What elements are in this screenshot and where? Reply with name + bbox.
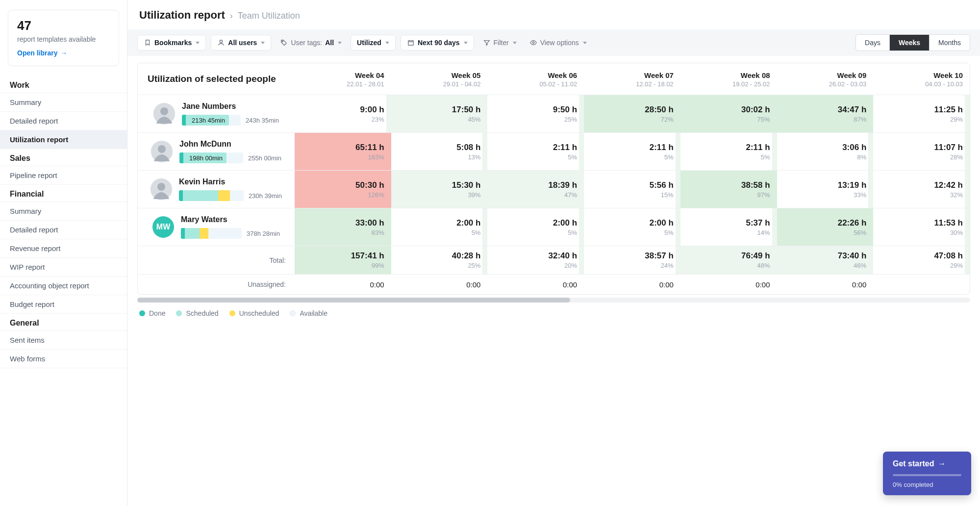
data-cell[interactable]: 11:53 h30% [873, 208, 970, 246]
calendar-icon [407, 39, 415, 47]
nav-item-pipeline-report[interactable]: Pipeline report [0, 166, 127, 185]
column-header[interactable]: Week 1004.03 - 10.03 [873, 63, 970, 95]
bookmarks-button[interactable]: Bookmarks [137, 35, 206, 51]
tag-icon [280, 39, 288, 47]
data-cell[interactable]: 11:25 h29% [873, 95, 970, 132]
data-cell[interactable]: 15:30 h39% [391, 171, 488, 208]
data-cell[interactable]: 2:00 h5% [584, 208, 680, 246]
person-name: Jane Numbers [182, 102, 279, 111]
data-cell[interactable]: 65:11 h163% [295, 133, 391, 170]
table-section-title: Utilization of selected people [138, 63, 295, 95]
person-cell[interactable]: John McDunn198h 00min255h 00min [138, 133, 295, 170]
data-cell[interactable]: 2:11 h5% [487, 133, 584, 170]
filter-button[interactable]: Filter [479, 35, 521, 50]
svg-point-7 [158, 145, 166, 153]
data-cell[interactable]: 12:42 h32% [873, 171, 970, 208]
unassigned-cell: 0:00 [777, 275, 874, 294]
users-filter-button[interactable]: All users [211, 35, 271, 51]
nav-item-detailed-report[interactable]: Detailed report [0, 112, 127, 130]
total-cell: 40:28 h25% [391, 246, 488, 274]
page-header: Utilization report › Team Utilization [127, 0, 980, 29]
user-tags-filter[interactable]: User tags: All [276, 35, 346, 50]
unassigned-cell: 0:00 [487, 275, 584, 294]
segment-days[interactable]: Days [856, 35, 889, 51]
table-row: Kevin Harris230h 39min50:30 h126%15:30 h… [138, 171, 970, 208]
legend-available: Available [290, 309, 327, 317]
arrow-right-icon: → [938, 459, 946, 468]
data-cell[interactable]: 50:30 h126% [295, 171, 391, 208]
legend-scheduled: Scheduled [176, 309, 218, 317]
nav-item-sent-items[interactable]: Sent items [0, 330, 127, 350]
scrollbar-thumb[interactable] [137, 298, 570, 303]
data-cell[interactable]: 5:08 h13% [391, 133, 488, 170]
nav-item-accounting-object-report[interactable]: Accounting object report [0, 277, 127, 295]
chevron-down-icon [513, 42, 517, 44]
column-header[interactable]: Week 0712.02 - 18.02 [584, 63, 680, 95]
data-cell[interactable]: 9:00 h23% [295, 95, 391, 132]
data-cell[interactable]: 22:26 h56% [777, 208, 874, 246]
data-cell[interactable]: 3:06 h8% [777, 133, 874, 170]
total-cell: 47:08 h29% [873, 246, 970, 274]
data-cell[interactable]: 2:00 h5% [487, 208, 584, 246]
avatar [151, 141, 173, 162]
avatar: MW [152, 216, 174, 238]
data-cell[interactable]: 34:47 h87% [777, 95, 874, 132]
column-header[interactable]: Week 0529.01 - 04.02 [391, 63, 488, 95]
nav-item-summary[interactable]: Summary [0, 93, 127, 112]
person-cell[interactable]: Jane Numbers213h 45min243h 35min [138, 95, 295, 132]
nav-item-revenue-report[interactable]: Revenue report [0, 239, 127, 258]
utilized-button[interactable]: Utilized [351, 35, 396, 51]
data-cell[interactable]: 30:02 h75% [680, 95, 777, 132]
svg-rect-2 [408, 41, 414, 46]
open-library-link[interactable]: Open library → [17, 49, 67, 57]
data-cell[interactable]: 11:07 h28% [873, 133, 970, 170]
nav-item-web-forms[interactable]: Web forms [0, 350, 127, 368]
banner-progress-text: 0% completed [893, 481, 961, 488]
nav-item-utilization-report[interactable]: Utilization report [0, 130, 127, 149]
page-title: Utilization report [139, 9, 225, 22]
nav-item-detailed-report[interactable]: Detailed report [0, 221, 127, 239]
segment-months[interactable]: Months [929, 35, 970, 51]
nav-section-title: Sales [0, 149, 127, 166]
column-header[interactable]: Week 0926.02 - 03.03 [777, 63, 874, 95]
total-hours-text: 230h 39min [249, 192, 282, 200]
data-cell[interactable]: 2:00 h5% [391, 208, 488, 246]
svg-point-3 [532, 42, 534, 44]
user-icon [217, 39, 225, 47]
data-cell[interactable]: 13:19 h33% [777, 171, 874, 208]
column-header[interactable]: Week 0605.02 - 11.02 [487, 63, 584, 95]
get-started-banner[interactable]: Get started → 0% completed [883, 452, 971, 495]
eye-icon [529, 39, 537, 47]
total-cell: 32:40 h20% [487, 246, 584, 274]
horizontal-scrollbar[interactable] [137, 298, 970, 303]
unassigned-cell: 0:00 [584, 275, 680, 294]
person-cell[interactable]: Kevin Harris230h 39min [138, 171, 295, 208]
total-hours-text: 243h 35min [246, 117, 279, 124]
view-options-button[interactable]: View options [526, 35, 591, 50]
nav-item-budget-report[interactable]: Budget report [0, 295, 127, 314]
banner-progress-bar [893, 474, 961, 476]
data-cell[interactable]: 28:50 h72% [584, 95, 680, 132]
data-cell[interactable]: 9:50 h25% [487, 95, 584, 132]
utilization-mini-bar [179, 190, 244, 201]
sidebar: 47 report templates available Open libra… [0, 0, 127, 506]
data-cell[interactable]: 5:56 h15% [584, 171, 680, 208]
column-header[interactable]: Week 0819.02 - 25.02 [680, 63, 777, 95]
person-cell[interactable]: MWMary Waters378h 28min [138, 208, 295, 246]
nav-item-wip-report[interactable]: WIP report [0, 258, 127, 277]
arrow-right-icon: → [60, 49, 67, 57]
data-cell[interactable]: 38:58 h97% [680, 171, 777, 208]
date-range-button[interactable]: Next 90 days [401, 35, 474, 51]
data-cell[interactable]: 33:00 h83% [295, 208, 391, 246]
data-cell[interactable]: 18:39 h47% [487, 171, 584, 208]
unassigned-label-cell: Unassigned: [138, 275, 295, 294]
chevron-down-icon [464, 42, 468, 44]
time-granularity-segment: DaysWeeksMonths [855, 34, 970, 51]
data-cell[interactable]: 17:50 h45% [391, 95, 488, 132]
data-cell[interactable]: 5:37 h14% [680, 208, 777, 246]
nav-item-summary[interactable]: Summary [0, 202, 127, 221]
column-header[interactable]: Week 0422.01 - 28.01 [295, 63, 391, 95]
data-cell[interactable]: 2:11 h5% [584, 133, 680, 170]
data-cell[interactable]: 2:11 h5% [680, 133, 777, 170]
segment-weeks[interactable]: Weeks [889, 35, 929, 51]
